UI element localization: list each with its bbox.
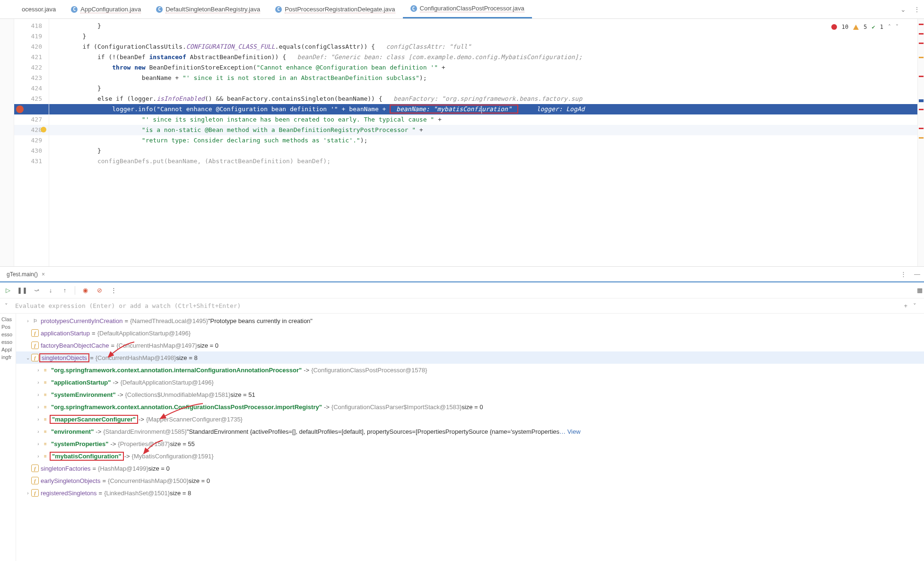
layout-icon[interactable]: ▦: [915, 286, 924, 295]
field-icon: f: [31, 342, 39, 349]
var-row[interactable]: fsingletonFactories = {HashMap@1499} siz…: [16, 462, 924, 474]
pause-icon[interactable]: ❚❚: [18, 286, 26, 295]
var-row[interactable]: ›≡"environment" -> {StandardEnvironment@…: [16, 425, 924, 438]
field-icon: f: [31, 489, 39, 497]
error-stripe[interactable]: [917, 19, 924, 266]
expand-arrow-icon[interactable]: ›: [35, 441, 42, 447]
variables-panel: Clas Pos esso esso Appl ingfr ›⚐prototyp…: [0, 314, 924, 561]
error-badge-icon: [831, 24, 837, 30]
var-row[interactable]: ›≡"systemProperties" -> {Properties@1587…: [16, 438, 924, 450]
field-icon: f: [31, 354, 39, 361]
map-entry-icon: ≡: [42, 440, 49, 447]
step-over-icon[interactable]: ⤻: [32, 286, 41, 295]
resume-icon[interactable]: ▷: [4, 286, 12, 295]
expand-arrow-icon[interactable]: ›: [35, 429, 42, 434]
var-row[interactable]: fearlySingletonObjects = {ConcurrentHash…: [16, 474, 924, 487]
tabs-dropdown-icon[interactable]: ⌄: [897, 6, 910, 13]
view-link[interactable]: … View: [559, 428, 581, 435]
evaluate-bar: ˅ Evaluate expression (Enter) or add a w…: [0, 298, 924, 314]
tab-defaultsingleton[interactable]: CDefaultSingletonBeanRegistry.java: [148, 0, 268, 18]
field-icon: f: [31, 329, 39, 337]
nav-up-icon[interactable]: ˄: [888, 22, 891, 32]
var-row[interactable]: fapplicationStartup = {DefaultApplicatio…: [16, 327, 924, 339]
close-tab-icon[interactable]: ×: [40, 271, 45, 278]
code-area[interactable]: 10 5 ✔1 ˄ ˅ } } if (ConfigurationClassUt…: [49, 19, 917, 266]
var-row[interactable]: ›⚐prototypesCurrentlyInCreation = {Named…: [16, 315, 924, 327]
inspection-badges[interactable]: 10 5 ✔1 ˄ ˅: [831, 22, 898, 32]
field-icon: f: [31, 477, 39, 484]
map-entry-icon: ≡: [42, 452, 49, 460]
check-badge-icon: ✔: [872, 22, 875, 32]
variables-tree[interactable]: ›⚐prototypesCurrentlyInCreation = {Named…: [16, 314, 924, 561]
debug-more-icon[interactable]: ⋮: [897, 271, 910, 278]
editor: 418 419 420 421 422 423 424 425 427 428 …: [0, 19, 924, 266]
expand-arrow-icon[interactable]: ›: [25, 491, 31, 496]
expand-arrow-icon[interactable]: ›: [25, 318, 31, 324]
breakpoint-icon[interactable]: [16, 105, 24, 113]
editor-tabs: ocessor.java CAppConfiguration.java CDef…: [0, 0, 924, 19]
run-tab-main[interactable]: gTest.main()×: [2, 267, 50, 281]
expand-arrow-icon[interactable]: ›: [35, 392, 42, 397]
mute-breakpoints-icon[interactable]: ⊘: [95, 286, 104, 295]
class-icon: C: [275, 6, 282, 13]
tab-postprocessor[interactable]: CPostProcessorRegistrationDelegate.java: [268, 0, 402, 18]
map-entry-icon: ≡: [42, 378, 49, 386]
left-toolstrip: [0, 19, 14, 266]
var-row[interactable]: ⌄fsingletonObjects = {ConcurrentHashMap@…: [16, 351, 924, 364]
map-entry-icon: ≡: [42, 415, 49, 423]
tabs-more-icon[interactable]: ⋮: [910, 6, 924, 13]
var-row[interactable]: ›≡"mybatisConfiguration" -> {MybatisConf…: [16, 450, 924, 462]
var-row[interactable]: ›fregisteredSingletons = {LinkedHashSet@…: [16, 487, 924, 499]
add-watch-icon[interactable]: +: [901, 302, 910, 309]
step-into-icon[interactable]: ↓: [46, 286, 55, 295]
map-entry-icon: ≡: [42, 391, 49, 398]
tab-appconfig[interactable]: CAppConfiguration.java: [63, 0, 148, 18]
evaluate-input[interactable]: Evaluate expression (Enter) or add a wat…: [15, 302, 901, 309]
nav-down-icon[interactable]: ˅: [896, 22, 898, 32]
field-icon: f: [31, 465, 39, 472]
debug-minimize-icon[interactable]: —: [910, 271, 924, 278]
var-row[interactable]: ›≡"applicationStartup" -> {DefaultApplic…: [16, 376, 924, 388]
var-row[interactable]: ›≡"systemEnvironment" -> {Collections$Un…: [16, 388, 924, 401]
var-row[interactable]: ›≡"org.springframework.context.annotatio…: [16, 401, 924, 413]
class-icon: C: [410, 5, 417, 12]
var-row[interactable]: ›≡"mapperScannerConfigurer" -> {MapperSc…: [16, 413, 924, 425]
debug-tabs: gTest.main()× ⋮ —: [0, 266, 924, 282]
expand-arrow-icon[interactable]: ›: [35, 404, 42, 410]
expand-arrow-icon[interactable]: ⌄: [25, 355, 31, 360]
eval-dropdown-icon[interactable]: ˅: [910, 302, 919, 309]
gutter: 418 419 420 421 422 423 424 425 427 428 …: [14, 19, 49, 266]
map-entry-icon: ≡: [42, 366, 49, 374]
class-icon: C: [71, 6, 78, 13]
step-out-icon[interactable]: ↑: [61, 286, 69, 295]
tab-processor[interactable]: ocessor.java: [14, 0, 63, 18]
warning-badge-icon: [853, 25, 859, 30]
map-entry-icon: ≡: [42, 428, 49, 435]
expand-arrow-icon[interactable]: ›: [35, 368, 42, 373]
expand-arrow-icon[interactable]: ›: [35, 380, 42, 385]
tab-configclass[interactable]: CConfigurationClassPostProcessor.java: [403, 0, 532, 18]
expand-arrow-icon[interactable]: ›: [35, 417, 42, 422]
class-icon: C: [156, 6, 163, 13]
intention-bulb-icon[interactable]: [41, 127, 46, 132]
frames-column[interactable]: Clas Pos esso esso Appl ingfr: [0, 314, 16, 561]
var-row[interactable]: ›≡"org.springframework.context.annotatio…: [16, 364, 924, 376]
var-row[interactable]: ffactoryBeanObjectCache = {ConcurrentHas…: [16, 339, 924, 351]
expand-icon[interactable]: ˅: [5, 302, 15, 309]
pin-icon: ⚐: [31, 317, 39, 324]
map-entry-icon: ≡: [42, 403, 49, 411]
view-breakpoints-icon[interactable]: ◉: [81, 286, 89, 295]
debug-toolbar: ▷ ❚❚ ⤻ ↓ ↑ ◉ ⊘ ⋮ ▦: [0, 282, 924, 298]
expand-arrow-icon[interactable]: ›: [35, 454, 42, 459]
more-icon[interactable]: ⋮: [109, 286, 118, 295]
